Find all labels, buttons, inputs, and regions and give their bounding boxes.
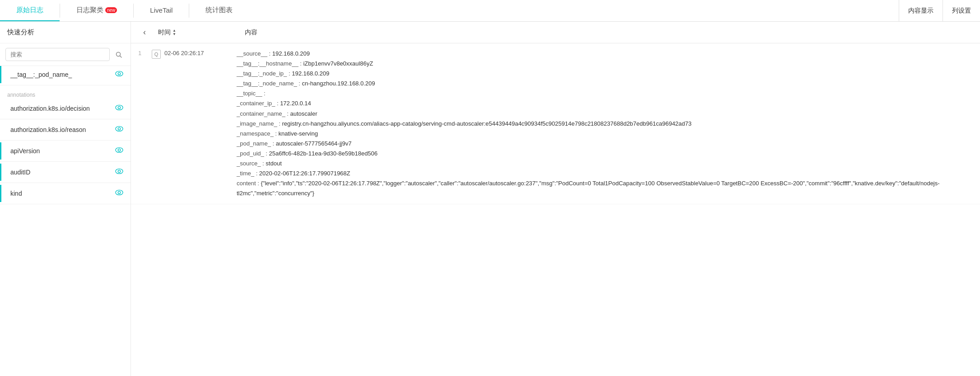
row-expand-icon[interactable]: Q (152, 49, 164, 59)
table-row: 1Q02-06 20:26:17__source__ : 192.168.0.2… (131, 43, 980, 204)
field-value: 2020-02-06T12:26:17.799071968Z (259, 170, 350, 177)
main-layout: 快速分析 __tag__:_pod_name_annotationsauthor… (0, 22, 980, 376)
search-input[interactable] (5, 48, 110, 61)
field-key: _image_name_ : (237, 120, 282, 127)
tab-aggregate-label: 日志聚类 (76, 6, 103, 14)
sidebar-item-apiVersion[interactable]: apiVersion (0, 142, 131, 160)
field-key: _pod_name_ : (237, 140, 276, 147)
field-key: __tag__:_node_name_ : (237, 80, 302, 87)
svg-line-1 (120, 56, 122, 57)
field-key: _source_ : (237, 160, 266, 167)
field-line: __topic__ : (237, 89, 973, 99)
sidebar-item-annotations-decision[interactable]: authorization.k8s.io/decision (0, 100, 131, 117)
field-key: _time_ : (237, 170, 259, 177)
tab-livetail-label: LiveTail (150, 6, 173, 14)
sort-desc-icon: ▼ (173, 33, 176, 36)
sidebar-items-list: __tag__:_pod_name_annotationsauthorizati… (0, 66, 131, 206)
svg-point-10 (116, 169, 123, 174)
content-area: ‹ 时间 ▲ ▼ 内容 1Q02-06 20:26:17__source__ :… (131, 22, 980, 376)
field-value: cn-hangzhou.192.168.0.209 (302, 80, 375, 87)
sidebar-item-label: authorization.k8s.io/reason (10, 126, 115, 133)
field-key: __tag__:_node_ip_ : (237, 70, 292, 77)
row-content: __source__ : 192.168.0.209__tag__:__host… (237, 49, 973, 198)
field-line: _image_name_ : registry.cn-hangzhou.aliy… (237, 119, 973, 129)
expand-box-icon[interactable]: Q (152, 50, 161, 59)
field-value: stdout (266, 160, 281, 167)
sidebar-divider (0, 204, 131, 204)
tab-stats[interactable]: 统计图表 (189, 0, 249, 21)
sidebar-item-tag-pod-name[interactable]: __tag__:_pod_name_ (0, 66, 131, 83)
sidebar-item-label: kind (10, 190, 115, 197)
field-line: _time_ : 2020-02-06T12:26:17.799071968Z (237, 169, 973, 179)
tab-livetail[interactable]: LiveTail (134, 0, 189, 21)
field-value: iZbp1envv7v8e0xxaul86yZ (303, 60, 373, 67)
sidebar-divider (0, 140, 131, 141)
field-line: _container_ip_ : 172.20.0.14 (237, 99, 973, 108)
field-value: autoscaler-5777565464-jj9v7 (276, 140, 352, 147)
svg-point-2 (116, 71, 123, 76)
new-badge: new (105, 7, 117, 13)
field-key: content : (237, 180, 261, 187)
sidebar-title: 快速分析 (0, 22, 131, 43)
field-line: content : {"level":"info","ts":"2020-02-… (237, 179, 973, 198)
tab-stats-label: 统计图表 (205, 6, 233, 14)
eye-icon[interactable] (115, 70, 123, 80)
field-line: _container_name_ : autoscaler (237, 109, 973, 119)
eye-icon[interactable] (115, 188, 123, 198)
content-header: ‹ 时间 ▲ ▼ 内容 (131, 22, 980, 43)
sidebar-item-label: apiVersion (10, 147, 115, 155)
sidebar-section-label: annotations (0, 87, 131, 100)
content-label: 内容 (245, 28, 257, 36)
field-line: _pod_uid_ : 25a6ffc6-482b-11ea-9d30-8e59… (237, 149, 973, 159)
field-line: __tag__:_node_name_ : cn-hangzhou.192.16… (237, 79, 973, 89)
field-key: _container_name_ : (237, 110, 290, 117)
sidebar: 快速分析 __tag__:_pod_name_annotationsauthor… (0, 22, 131, 376)
sidebar-item-label: __tag__:_pod_name_ (10, 71, 115, 78)
column-settings-button[interactable]: 列设置 (943, 0, 980, 21)
field-line: _namespace_ : knative-serving (237, 129, 973, 139)
search-button[interactable] (112, 48, 125, 61)
tab-raw-log[interactable]: 原始日志 (0, 0, 60, 21)
field-key: __source__ : (237, 50, 272, 57)
field-key: _container_ip_ : (237, 100, 280, 107)
collapse-icon: ‹ (143, 28, 146, 37)
svg-point-12 (116, 190, 123, 195)
field-value: knative-serving (279, 130, 318, 137)
content-column-header: 内容 (245, 28, 257, 37)
field-line: __tag__:__hostname__ : iZbp1envv7v8e0xxa… (237, 59, 973, 69)
field-value: 192.168.0.209 (272, 50, 310, 57)
time-column-header[interactable]: 时间 ▲ ▼ (158, 28, 239, 37)
row-number: 1 (138, 49, 152, 56)
svg-point-3 (118, 72, 120, 75)
field-value: {"level":"info","ts":"2020-02-06T12:26:1… (237, 180, 940, 197)
sidebar-divider (0, 85, 131, 85)
field-line: _source_ : stdout (237, 159, 973, 169)
tab-aggregate[interactable]: 日志聚类 new (60, 0, 133, 21)
sidebar-item-auditID[interactable]: auditID (0, 164, 131, 181)
field-line: __source__ : 192.168.0.209 (237, 49, 973, 59)
sidebar-search-container (0, 43, 131, 66)
field-value: autoscaler (290, 110, 317, 117)
sidebar-item-label: authorization.k8s.io/decision (10, 105, 115, 112)
field-value: registry.cn-hangzhou.aliyuncs.com/aliacs… (282, 120, 691, 127)
sidebar-item-label: auditID (10, 169, 115, 176)
field-line: __tag__:_node_ip_ : 192.168.0.209 (237, 69, 973, 79)
content-display-button[interactable]: 内容显示 (899, 0, 943, 21)
eye-icon[interactable] (115, 167, 123, 177)
sidebar-item-kind[interactable]: kind (0, 185, 131, 202)
eye-icon[interactable] (115, 146, 123, 156)
eye-icon[interactable] (115, 103, 123, 113)
sidebar-item-annotations-reason[interactable]: authorization.k8s.io/reason (0, 121, 131, 138)
field-value: 25a6ffc6-482b-11ea-9d30-8e59b18ed506 (269, 150, 378, 157)
sort-icons: ▲ ▼ (173, 29, 176, 36)
field-value: 192.168.0.209 (292, 70, 329, 77)
svg-point-9 (118, 149, 120, 151)
search-icon (115, 51, 122, 58)
eye-icon[interactable] (115, 125, 123, 135)
field-key: _pod_uid_ : (237, 150, 269, 157)
field-value: 172.20.0.14 (280, 100, 311, 107)
column-settings-label: 列设置 (952, 7, 971, 15)
tab-raw-log-label: 原始日志 (16, 6, 43, 14)
collapse-button[interactable]: ‹ (138, 26, 151, 39)
svg-point-11 (118, 170, 120, 172)
